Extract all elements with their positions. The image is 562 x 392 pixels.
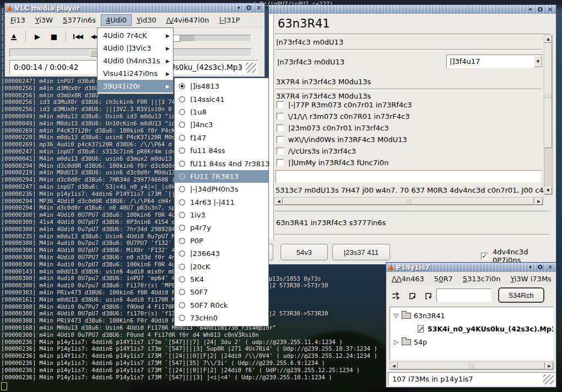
scroll-down-icon[interactable]: ▼ xyxy=(544,187,552,194)
close-icon[interactable]: ✕ xyxy=(255,4,263,12)
menu-item-39u41i20r[interactable]: 39U41i20r▶ xyxy=(98,80,173,92)
preferences-horizontal-scrollbar[interactable]: ◀ ▶ xyxy=(274,197,543,205)
checkbox-checked-icon[interactable]: ✓ xyxy=(481,253,488,260)
eq-preset-4nc3[interactable]: |]4nc3 xyxy=(175,118,268,131)
eq-preset-50f7-r0ck[interactable]: 50F7 R0ck xyxy=(175,299,268,312)
eq-preset-f147[interactable]: f147 xyxy=(175,132,268,144)
minimize-icon[interactable]: • xyxy=(526,264,534,271)
extra-interface-checkbox-wx-ind0ws-in73rf4c3-m0du13[interactable]: wX\/\/ind0Ws in73RF4c3 M0dU13 xyxy=(277,135,407,144)
extra-interface-checkbox-curs3s-in73rf4c3[interactable]: /\/cUrs3s in73rf4c3 xyxy=(277,147,356,155)
extra-interface-checkbox-23m073-c0n7r01-in73rf4c3[interactable]: |23m073 c0n7r01 in73rf4c3 xyxy=(277,124,388,132)
eq-preset-is4813[interactable]: |]is4813 xyxy=(175,80,268,92)
save-button[interactable]: 54v3 xyxy=(280,244,328,260)
extra-interface-modules-input[interactable] xyxy=(275,170,541,183)
menu-5377in6s[interactable]: 5377in6s xyxy=(58,14,101,26)
partially-hidden-button[interactable] xyxy=(269,244,273,260)
resize-grip[interactable] xyxy=(543,374,554,384)
menu-item-visu41i247i0ns[interactable]: Visu41i247i0ns▶ xyxy=(98,67,173,80)
playlist-tree[interactable]: ▽63n3R4153K4i_n0_y4KUs0ku_(42s3c).Mp3▷54… xyxy=(390,307,554,360)
tree-expand-closed-icon[interactable]: ▷ xyxy=(392,339,400,346)
eject-icon[interactable]: ▲ xyxy=(6,29,22,43)
eq-preset-236643[interactable]: |236643 xyxy=(175,247,268,260)
play-icon[interactable]: ▶ xyxy=(29,29,46,43)
eq-preset-50f7[interactable]: 50F7 xyxy=(175,286,268,298)
horizontal-scrollbar-thumb[interactable] xyxy=(283,198,534,205)
horizontal-scrollbar-thumb[interactable] xyxy=(398,362,545,369)
eq-preset-p0p[interactable]: P0P xyxy=(175,235,268,247)
eq-preset-1u8[interactable]: (1u8 xyxy=(175,106,268,118)
playlist-menu-50r7[interactable]: 50R7 xyxy=(429,273,458,285)
close-icon[interactable]: ✕ xyxy=(546,6,554,14)
maximize-icon[interactable]: O xyxy=(536,264,544,271)
scroll-right-icon[interactable]: ▶ xyxy=(545,362,553,369)
eq-preset-14ssic41[interactable]: (14ssic41 xyxy=(175,92,268,105)
scroll-left-icon[interactable]: ◀ xyxy=(390,362,398,369)
resize-grip[interactable] xyxy=(246,63,256,73)
eq-preset-1iv3[interactable]: 1iv3 xyxy=(175,209,268,221)
playlist-menu-yi3w-i73ms[interactable]: Yi3W i73Ms xyxy=(505,273,556,285)
playlist-tree-row-53k4i-n0-y4kus0ku-42s3c-mp3[interactable]: 53K4i_n0_y4KUs0ku_(42s3c).Mp3 xyxy=(408,323,554,335)
vertical-scrollbar-thumb[interactable] xyxy=(544,43,552,148)
chevron-down-icon[interactable]: ▼ xyxy=(534,56,542,67)
eq-preset-fu11-84ss[interactable]: fu11 84ss xyxy=(175,144,268,157)
maximize-icon[interactable]: O xyxy=(245,4,253,12)
checkbox-icon[interactable] xyxy=(277,148,284,155)
scroll-left-icon[interactable]: ◀ xyxy=(275,198,283,205)
tree-expand-open-icon[interactable]: ▽ xyxy=(392,312,400,319)
preferences-category-pane[interactable] xyxy=(269,14,274,239)
menu-fi13[interactable]: Fi13 xyxy=(6,14,30,26)
reset-all-button[interactable]: |23s37 411 xyxy=(332,244,390,260)
eq-preset-20ck[interactable]: |20cK xyxy=(175,260,268,273)
extra-interface-checkbox-1-r3m073-c0n7r01-in73rf4c3[interactable]: \/1/\/\ r3m073 c0n7R01 in73rF4c3 xyxy=(277,112,409,121)
loop-icon[interactable] xyxy=(406,289,419,302)
menu-4udi0[interactable]: 4Udi0 xyxy=(101,14,132,26)
preferences-vertical-scrollbar[interactable]: ▲ ▼ xyxy=(544,35,553,195)
extra-interface-checkbox-ummy-in73rf4c3-func7i0n[interactable]: |]UmMy in73Rf4c3 fUnc7i0n xyxy=(277,159,388,167)
menu-31p[interactable]: |-|31P xyxy=(214,14,245,26)
minimize-icon[interactable]: • xyxy=(526,6,534,14)
eq-preset-p4r7y[interactable]: p4r7y xyxy=(175,221,268,234)
interface-module-select[interactable]: |]3f4u17 ▼ xyxy=(446,55,543,68)
eq-preset-fu11-7r3813[interactable]: FU11 7R3813 xyxy=(175,170,268,183)
checkbox-icon[interactable] xyxy=(277,124,284,132)
playlist-search-button[interactable]: 534Rch xyxy=(498,287,544,303)
menu-item-4udi0-7r4ck[interactable]: 4Udi0 7r4cK▶ xyxy=(98,29,173,42)
extra-interface-checkbox-77p-r3m073-c0n7r01-in73rf4c3[interactable]: |-|77P R3m073 c0n7r01 in73Rf4c3 xyxy=(277,101,412,109)
checkbox-icon[interactable] xyxy=(277,136,284,143)
checkbox-icon[interactable] xyxy=(277,113,284,120)
eq-preset-5k4[interactable]: 5K4 xyxy=(175,273,268,286)
eq-preset-fu11-84ss-4nd-7r3813[interactable]: fU11 84ss 4nd 7r3813 xyxy=(175,157,268,170)
playlist-menu-4n463[interactable]: /\/\4n463 xyxy=(387,273,429,285)
radio-icon xyxy=(179,122,185,128)
menu-yi3w[interactable]: Yi3W xyxy=(30,14,58,26)
playlist-tree-row-54p[interactable]: ▷54p xyxy=(392,336,427,348)
repeat-one-icon[interactable] xyxy=(422,289,435,302)
minimize-icon[interactable]: • xyxy=(235,4,243,12)
menu-item-4udi0-h4nn31s[interactable]: 4Udi0 (h4nn31s▶ xyxy=(98,55,173,67)
menu-yid30[interactable]: Yid30 xyxy=(132,14,161,26)
playlist-menu-5313c7i0n[interactable]: 5313c7i0n xyxy=(458,273,506,285)
scroll-right-icon[interactable]: ▶ xyxy=(535,198,543,205)
eq-preset-73chn0[interactable]: 73cHn0 xyxy=(175,312,268,324)
stop-icon[interactable]: ■ xyxy=(46,29,62,43)
menu-item-4udi0-3vic3[interactable]: 4Udi0 |]3Vic3▶ xyxy=(98,42,173,55)
main-titlebar[interactable]: VLC media player • O ✕ xyxy=(5,3,264,13)
volume-slider[interactable] xyxy=(170,35,251,42)
close-icon[interactable]: ✕ xyxy=(546,264,554,271)
playlist-horizontal-scrollbar[interactable]: ◀ ▶ xyxy=(390,362,554,370)
playlist-search-input[interactable] xyxy=(436,288,491,302)
previous-icon[interactable]: ◀◀ xyxy=(69,29,86,43)
playlist-titlebar[interactable]: P14y1is7 • O ✕ xyxy=(386,263,556,272)
scroll-up-icon[interactable]: ▲ xyxy=(544,35,552,43)
playlist-tree-row-63n3r41[interactable]: ▽63n3R41 xyxy=(392,309,445,322)
shuffle-icon[interactable] xyxy=(390,289,403,302)
radio-icon xyxy=(179,251,185,257)
maximize-icon[interactable]: O xyxy=(536,6,544,14)
menu-4vi647i0n[interactable]: /\/4vi647i0n xyxy=(161,14,214,26)
checkbox-icon[interactable] xyxy=(277,101,284,108)
eq-preset-14r63-411[interactable]: 14r63 |-|411 xyxy=(175,196,268,209)
preferences-titlebar[interactable]: • O ✕ xyxy=(269,5,556,14)
checkbox-icon[interactable] xyxy=(277,159,284,166)
eq-preset-34dph0n3s[interactable]: |-|34dPH0n3s xyxy=(175,183,268,195)
menu-item-label: 4Udi0 7r4cK xyxy=(103,31,166,40)
